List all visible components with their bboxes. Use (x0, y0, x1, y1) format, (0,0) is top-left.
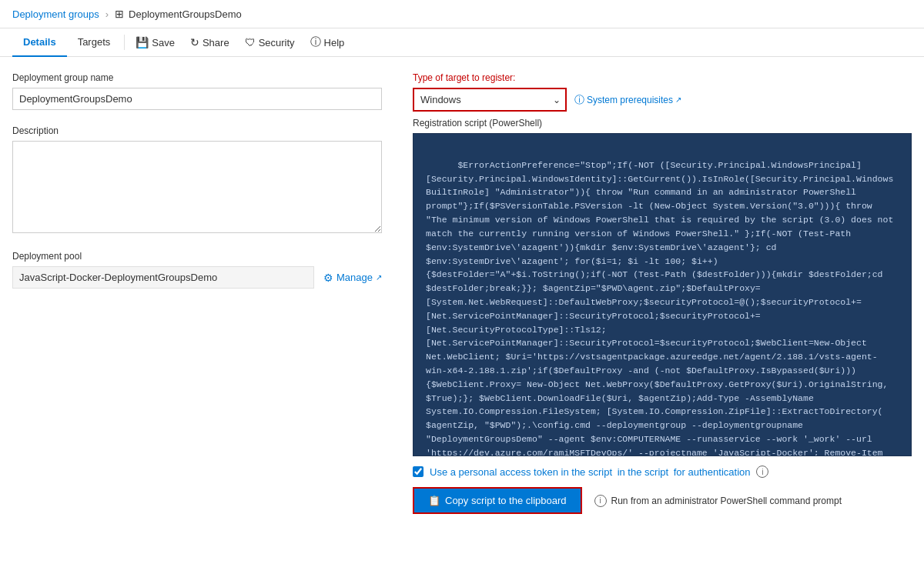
help-label: Help (324, 37, 345, 48)
checkbox-highlight: in the script (618, 466, 668, 478)
target-type-dropdown-wrapper: Windows Linux ⌄ (413, 88, 567, 112)
save-icon: 💾 (136, 36, 149, 48)
share-action[interactable]: ↻ Share (182, 30, 237, 55)
deployment-group-name-input[interactable] (12, 88, 382, 110)
target-type-row: Windows Linux ⌄ ⓘ System prerequisites ↗ (413, 88, 912, 112)
security-action[interactable]: 🛡 Security (237, 30, 303, 55)
breadcrumb-current-label: DeploymentGroupsDemo (129, 8, 242, 20)
copy-btn-label: Copy script to the clipboard (445, 495, 567, 506)
manage-label: Manage (336, 272, 373, 283)
script-content: $ErrorActionPreference="Stop";If(-NOT ([… (426, 160, 899, 456)
help-icon: ⓘ (310, 35, 321, 49)
deployment-pool-input (12, 266, 314, 289)
save-action[interactable]: 💾 Save (128, 30, 182, 55)
nav-separator (124, 35, 125, 50)
grid-icon: ⊞ (115, 8, 124, 20)
access-token-row: Use a personal access token in the scrip… (413, 466, 912, 478)
script-box: $ErrorActionPreference="Stop";If(-NOT ([… (413, 133, 912, 456)
help-action[interactable]: ⓘ Help (303, 29, 353, 55)
tab-details[interactable]: Details (12, 28, 67, 57)
target-type-label: Type of target to register: (413, 72, 912, 83)
description-label: Description (12, 125, 382, 136)
share-icon: ↻ (190, 36, 199, 48)
left-panel: Deployment group name Description Deploy… (12, 72, 382, 565)
deployment-group-name-field: Deployment group name (12, 72, 382, 110)
share-label: Share (203, 37, 229, 48)
deployment-pool-row: ⚙ Manage ↗ (12, 266, 382, 289)
breadcrumb-separator: › (105, 8, 109, 20)
external-link-icon: ↗ (376, 273, 382, 282)
checkbox-info-icon[interactable]: i (756, 466, 768, 478)
info-circle-icon: ⓘ (574, 93, 584, 107)
copy-script-button[interactable]: 📋 Copy script to the clipboard (413, 487, 582, 514)
right-panel: Type of target to register: Windows Linu… (413, 72, 912, 565)
security-label: Security (259, 37, 295, 48)
system-prerequisites-link[interactable]: ⓘ System prerequisites ↗ (574, 93, 681, 107)
checkbox-text-2: for authentication (674, 466, 751, 478)
description-field: Description (12, 125, 382, 235)
checkbox-text-1: Use a personal access token in the scrip… (430, 466, 612, 478)
breadcrumb-parent[interactable]: Deployment groups (12, 8, 99, 20)
deployment-group-name-label: Deployment group name (12, 72, 382, 83)
deployment-pool-field: Deployment pool ⚙ Manage ↗ (12, 251, 382, 289)
script-label: Registration script (PowerShell) (413, 118, 912, 128)
prereq-label: System prerequisites (587, 95, 673, 105)
nav-bar: Details Targets 💾 Save ↻ Share 🛡 Securit… (0, 28, 924, 57)
save-label: Save (152, 37, 175, 48)
access-token-label: Use a personal access token in the scrip… (430, 466, 750, 478)
run-info-text: Run from an administrator PowerShell com… (611, 496, 842, 506)
manage-link[interactable]: ⚙ Manage ↗ (323, 272, 382, 284)
access-token-checkbox[interactable] (413, 466, 424, 477)
main-content: Deployment group name Description Deploy… (0, 57, 924, 580)
shield-icon: 🛡 (245, 36, 256, 48)
target-type-select[interactable]: Windows Linux (413, 88, 567, 112)
description-textarea[interactable] (12, 141, 382, 233)
bottom-row: 📋 Copy script to the clipboard i Run fro… (413, 487, 912, 514)
deployment-pool-label: Deployment pool (12, 251, 382, 262)
breadcrumb-current: ⊞ DeploymentGroupsDemo (115, 8, 242, 20)
copy-icon: 📋 (428, 495, 440, 506)
run-info-row: i Run from an administrator PowerShell c… (594, 495, 842, 507)
breadcrumb-bar: Deployment groups › ⊞ DeploymentGroupsDe… (0, 0, 924, 28)
run-info-icon: i (594, 495, 607, 507)
tab-targets[interactable]: Targets (67, 28, 122, 57)
prereq-external-icon: ↗ (675, 95, 681, 104)
gear-icon: ⚙ (323, 272, 333, 284)
